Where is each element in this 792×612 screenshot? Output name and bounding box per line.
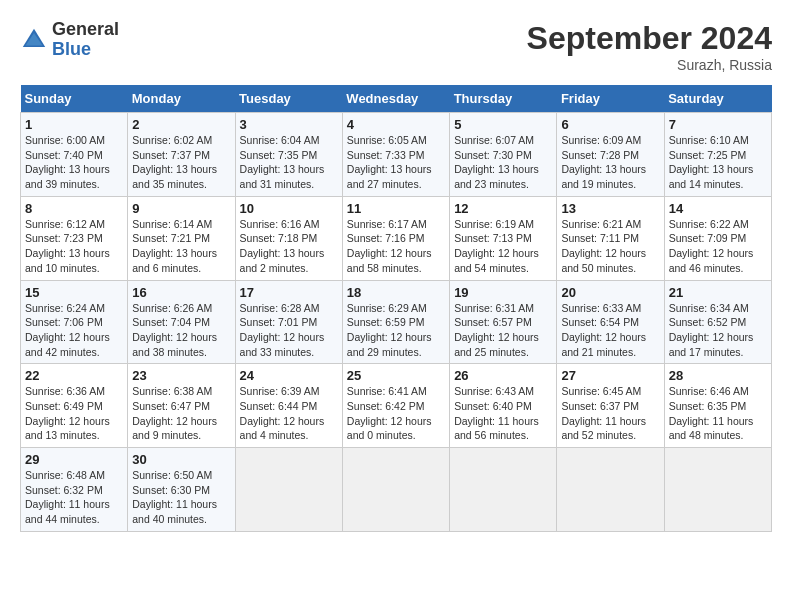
calendar-cell: 15 Sunrise: 6:24 AM Sunset: 7:06 PM Dayl… bbox=[21, 280, 128, 364]
calendar-cell: 28 Sunrise: 6:46 AM Sunset: 6:35 PM Dayl… bbox=[664, 364, 771, 448]
calendar-cell: 23 Sunrise: 6:38 AM Sunset: 6:47 PM Dayl… bbox=[128, 364, 235, 448]
day-info: Sunrise: 6:00 AM Sunset: 7:40 PM Dayligh… bbox=[25, 133, 123, 192]
calendar-cell: 1 Sunrise: 6:00 AM Sunset: 7:40 PM Dayli… bbox=[21, 113, 128, 197]
day-info: Sunrise: 6:33 AM Sunset: 6:54 PM Dayligh… bbox=[561, 301, 659, 360]
day-number: 13 bbox=[561, 201, 659, 216]
day-number: 3 bbox=[240, 117, 338, 132]
header-row: Sunday Monday Tuesday Wednesday Thursday… bbox=[21, 85, 772, 113]
calendar-cell bbox=[235, 448, 342, 532]
day-info: Sunrise: 6:29 AM Sunset: 6:59 PM Dayligh… bbox=[347, 301, 445, 360]
calendar-row: 8 Sunrise: 6:12 AM Sunset: 7:23 PM Dayli… bbox=[21, 196, 772, 280]
calendar-cell bbox=[450, 448, 557, 532]
day-info: Sunrise: 6:21 AM Sunset: 7:11 PM Dayligh… bbox=[561, 217, 659, 276]
day-number: 7 bbox=[669, 117, 767, 132]
day-number: 15 bbox=[25, 285, 123, 300]
col-tuesday: Tuesday bbox=[235, 85, 342, 113]
col-monday: Monday bbox=[128, 85, 235, 113]
calendar-row: 15 Sunrise: 6:24 AM Sunset: 7:06 PM Dayl… bbox=[21, 280, 772, 364]
day-number: 17 bbox=[240, 285, 338, 300]
calendar-cell: 6 Sunrise: 6:09 AM Sunset: 7:28 PM Dayli… bbox=[557, 113, 664, 197]
col-wednesday: Wednesday bbox=[342, 85, 449, 113]
month-title: September 2024 bbox=[527, 20, 772, 57]
day-info: Sunrise: 6:12 AM Sunset: 7:23 PM Dayligh… bbox=[25, 217, 123, 276]
calendar-table: Sunday Monday Tuesday Wednesday Thursday… bbox=[20, 85, 772, 532]
calendar-row: 22 Sunrise: 6:36 AM Sunset: 6:49 PM Dayl… bbox=[21, 364, 772, 448]
day-info: Sunrise: 6:09 AM Sunset: 7:28 PM Dayligh… bbox=[561, 133, 659, 192]
calendar-cell: 5 Sunrise: 6:07 AM Sunset: 7:30 PM Dayli… bbox=[450, 113, 557, 197]
day-number: 23 bbox=[132, 368, 230, 383]
calendar-cell: 20 Sunrise: 6:33 AM Sunset: 6:54 PM Dayl… bbox=[557, 280, 664, 364]
day-info: Sunrise: 6:45 AM Sunset: 6:37 PM Dayligh… bbox=[561, 384, 659, 443]
day-number: 20 bbox=[561, 285, 659, 300]
day-number: 6 bbox=[561, 117, 659, 132]
day-info: Sunrise: 6:28 AM Sunset: 7:01 PM Dayligh… bbox=[240, 301, 338, 360]
logo-blue-text: Blue bbox=[52, 40, 119, 60]
day-info: Sunrise: 6:48 AM Sunset: 6:32 PM Dayligh… bbox=[25, 468, 123, 527]
calendar-cell: 2 Sunrise: 6:02 AM Sunset: 7:37 PM Dayli… bbox=[128, 113, 235, 197]
day-info: Sunrise: 6:46 AM Sunset: 6:35 PM Dayligh… bbox=[669, 384, 767, 443]
calendar-cell: 18 Sunrise: 6:29 AM Sunset: 6:59 PM Dayl… bbox=[342, 280, 449, 364]
calendar-cell: 14 Sunrise: 6:22 AM Sunset: 7:09 PM Dayl… bbox=[664, 196, 771, 280]
day-info: Sunrise: 6:24 AM Sunset: 7:06 PM Dayligh… bbox=[25, 301, 123, 360]
day-number: 11 bbox=[347, 201, 445, 216]
day-number: 10 bbox=[240, 201, 338, 216]
day-number: 14 bbox=[669, 201, 767, 216]
page: General Blue September 2024 Surazh, Russ… bbox=[0, 0, 792, 542]
calendar-cell: 4 Sunrise: 6:05 AM Sunset: 7:33 PM Dayli… bbox=[342, 113, 449, 197]
calendar-cell: 26 Sunrise: 6:43 AM Sunset: 6:40 PM Dayl… bbox=[450, 364, 557, 448]
calendar-cell: 19 Sunrise: 6:31 AM Sunset: 6:57 PM Dayl… bbox=[450, 280, 557, 364]
title-block: September 2024 Surazh, Russia bbox=[527, 20, 772, 73]
day-info: Sunrise: 6:50 AM Sunset: 6:30 PM Dayligh… bbox=[132, 468, 230, 527]
day-number: 26 bbox=[454, 368, 552, 383]
day-info: Sunrise: 6:41 AM Sunset: 6:42 PM Dayligh… bbox=[347, 384, 445, 443]
calendar-cell: 10 Sunrise: 6:16 AM Sunset: 7:18 PM Dayl… bbox=[235, 196, 342, 280]
calendar-cell: 3 Sunrise: 6:04 AM Sunset: 7:35 PM Dayli… bbox=[235, 113, 342, 197]
day-number: 28 bbox=[669, 368, 767, 383]
calendar-cell bbox=[557, 448, 664, 532]
calendar-cell: 12 Sunrise: 6:19 AM Sunset: 7:13 PM Dayl… bbox=[450, 196, 557, 280]
day-info: Sunrise: 6:38 AM Sunset: 6:47 PM Dayligh… bbox=[132, 384, 230, 443]
calendar-cell: 16 Sunrise: 6:26 AM Sunset: 7:04 PM Dayl… bbox=[128, 280, 235, 364]
day-number: 16 bbox=[132, 285, 230, 300]
day-info: Sunrise: 6:39 AM Sunset: 6:44 PM Dayligh… bbox=[240, 384, 338, 443]
day-info: Sunrise: 6:17 AM Sunset: 7:16 PM Dayligh… bbox=[347, 217, 445, 276]
calendar-cell: 8 Sunrise: 6:12 AM Sunset: 7:23 PM Dayli… bbox=[21, 196, 128, 280]
day-number: 24 bbox=[240, 368, 338, 383]
day-info: Sunrise: 6:26 AM Sunset: 7:04 PM Dayligh… bbox=[132, 301, 230, 360]
calendar-cell: 30 Sunrise: 6:50 AM Sunset: 6:30 PM Dayl… bbox=[128, 448, 235, 532]
logo-icon bbox=[20, 26, 48, 54]
day-number: 9 bbox=[132, 201, 230, 216]
day-number: 4 bbox=[347, 117, 445, 132]
day-number: 25 bbox=[347, 368, 445, 383]
calendar-cell bbox=[342, 448, 449, 532]
col-sunday: Sunday bbox=[21, 85, 128, 113]
calendar-cell: 22 Sunrise: 6:36 AM Sunset: 6:49 PM Dayl… bbox=[21, 364, 128, 448]
calendar-row: 29 Sunrise: 6:48 AM Sunset: 6:32 PM Dayl… bbox=[21, 448, 772, 532]
day-info: Sunrise: 6:04 AM Sunset: 7:35 PM Dayligh… bbox=[240, 133, 338, 192]
day-info: Sunrise: 6:31 AM Sunset: 6:57 PM Dayligh… bbox=[454, 301, 552, 360]
day-info: Sunrise: 6:14 AM Sunset: 7:21 PM Dayligh… bbox=[132, 217, 230, 276]
col-thursday: Thursday bbox=[450, 85, 557, 113]
col-friday: Friday bbox=[557, 85, 664, 113]
day-info: Sunrise: 6:16 AM Sunset: 7:18 PM Dayligh… bbox=[240, 217, 338, 276]
day-info: Sunrise: 6:02 AM Sunset: 7:37 PM Dayligh… bbox=[132, 133, 230, 192]
day-number: 19 bbox=[454, 285, 552, 300]
calendar-cell: 9 Sunrise: 6:14 AM Sunset: 7:21 PM Dayli… bbox=[128, 196, 235, 280]
calendar-header: Sunday Monday Tuesday Wednesday Thursday… bbox=[21, 85, 772, 113]
day-info: Sunrise: 6:19 AM Sunset: 7:13 PM Dayligh… bbox=[454, 217, 552, 276]
calendar-cell: 7 Sunrise: 6:10 AM Sunset: 7:25 PM Dayli… bbox=[664, 113, 771, 197]
day-number: 29 bbox=[25, 452, 123, 467]
day-number: 18 bbox=[347, 285, 445, 300]
day-number: 2 bbox=[132, 117, 230, 132]
day-info: Sunrise: 6:05 AM Sunset: 7:33 PM Dayligh… bbox=[347, 133, 445, 192]
calendar-body: 1 Sunrise: 6:00 AM Sunset: 7:40 PM Dayli… bbox=[21, 113, 772, 532]
day-info: Sunrise: 6:43 AM Sunset: 6:40 PM Dayligh… bbox=[454, 384, 552, 443]
calendar-cell: 11 Sunrise: 6:17 AM Sunset: 7:16 PM Dayl… bbox=[342, 196, 449, 280]
col-saturday: Saturday bbox=[664, 85, 771, 113]
logo-text: General Blue bbox=[52, 20, 119, 60]
calendar-cell bbox=[664, 448, 771, 532]
day-number: 5 bbox=[454, 117, 552, 132]
day-info: Sunrise: 6:36 AM Sunset: 6:49 PM Dayligh… bbox=[25, 384, 123, 443]
calendar-row: 1 Sunrise: 6:00 AM Sunset: 7:40 PM Dayli… bbox=[21, 113, 772, 197]
logo: General Blue bbox=[20, 20, 119, 60]
